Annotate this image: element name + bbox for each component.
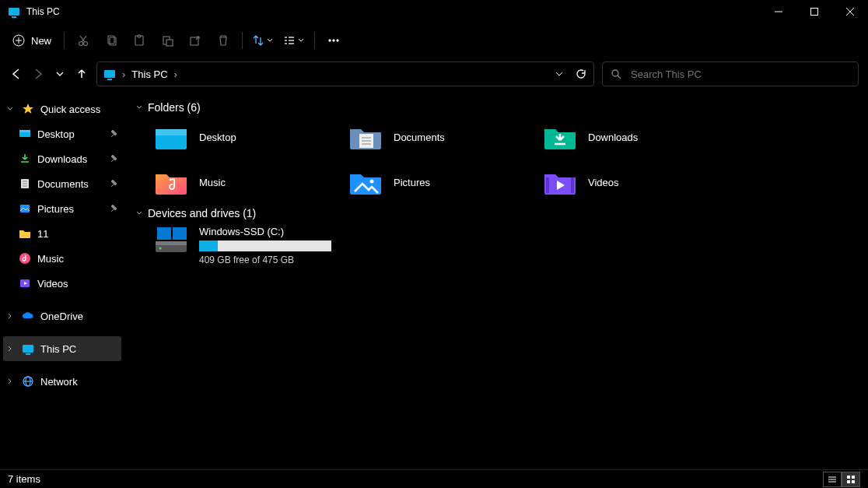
sidebar-item-pictures[interactable]: Pictures <box>12 196 124 221</box>
search-box[interactable] <box>602 61 859 86</box>
folder-pictures[interactable]: Pictures <box>348 165 535 199</box>
drive-usage-bar <box>199 240 331 251</box>
copy-button[interactable] <box>97 26 125 54</box>
separator <box>242 32 243 49</box>
svg-rect-18 <box>166 40 173 46</box>
svg-rect-64 <box>852 476 855 479</box>
maximize-button[interactable] <box>796 0 832 23</box>
folder-downloads[interactable]: Downloads <box>543 120 730 154</box>
delete-button[interactable] <box>209 26 237 54</box>
folders-section-header[interactable]: Folders (6) <box>135 101 857 114</box>
pictures-icon <box>348 168 383 196</box>
close-button[interactable] <box>832 0 868 23</box>
svg-rect-58 <box>156 241 187 245</box>
folder-videos[interactable]: Videos <box>543 165 730 199</box>
more-button[interactable] <box>320 26 348 54</box>
desktop-icon <box>17 128 33 140</box>
chevron-down-icon <box>266 37 274 44</box>
rename-button[interactable] <box>153 26 181 54</box>
svg-point-27 <box>333 40 334 41</box>
svg-rect-43 <box>26 353 30 355</box>
pin-icon <box>110 154 120 163</box>
chevron-right-icon: › <box>122 68 125 80</box>
share-button[interactable] <box>181 26 209 54</box>
back-button[interactable] <box>9 68 23 80</box>
svg-rect-1 <box>12 16 16 18</box>
svg-rect-66 <box>852 480 855 483</box>
cut-button[interactable] <box>69 26 97 54</box>
folder-icon <box>17 227 33 240</box>
pc-icon <box>20 342 36 355</box>
folder-documents[interactable]: Documents <box>348 120 535 154</box>
sidebar-item-desktop[interactable]: Desktop <box>12 121 124 146</box>
status-bar: 7 items <box>0 469 868 488</box>
this-pc-group[interactable]: This PC <box>3 336 121 361</box>
recent-locations-button[interactable] <box>53 69 67 79</box>
sidebar-item-videos[interactable]: Videos <box>12 271 124 296</box>
svg-rect-55 <box>157 227 171 240</box>
svg-rect-39 <box>20 205 30 212</box>
network-icon <box>20 375 36 388</box>
svg-rect-3 <box>811 9 818 16</box>
new-button[interactable]: New <box>5 26 59 54</box>
up-button[interactable] <box>75 68 89 80</box>
separator <box>314 32 315 49</box>
chevron-down-icon <box>135 104 143 111</box>
folder-desktop[interactable]: Desktop <box>154 120 341 154</box>
svg-point-52 <box>370 180 374 184</box>
pictures-icon <box>17 202 33 215</box>
videos-icon <box>17 277 33 290</box>
svg-rect-29 <box>104 70 115 78</box>
drive-label: Windows-SSD (C:) <box>199 226 331 237</box>
chevron-right-icon: › <box>174 68 177 80</box>
toolbar: New <box>0 23 868 58</box>
drive-free-text: 409 GB free of 475 GB <box>199 255 331 265</box>
icons-view-button[interactable] <box>842 472 860 487</box>
pin-icon <box>110 179 120 188</box>
network-group[interactable]: Network <box>0 369 124 394</box>
paste-button[interactable] <box>125 26 153 54</box>
refresh-button[interactable] <box>575 68 587 80</box>
search-input[interactable] <box>631 68 850 80</box>
drive-c[interactable]: Windows-SSD (C:) 409 GB free of 475 GB <box>154 226 857 265</box>
sidebar-item-11[interactable]: 11 <box>12 221 124 246</box>
svg-rect-42 <box>23 345 33 353</box>
chevron-down-icon <box>297 37 305 44</box>
minimize-button[interactable] <box>761 0 796 23</box>
sidebar-item-documents[interactable]: Documents <box>12 171 124 196</box>
svg-rect-47 <box>156 129 187 135</box>
svg-rect-65 <box>847 480 850 483</box>
svg-rect-34 <box>19 130 30 132</box>
svg-rect-56 <box>173 227 187 240</box>
onedrive-group[interactable]: OneDrive <box>0 304 124 328</box>
svg-point-31 <box>612 70 618 76</box>
sidebar-item-downloads[interactable]: Downloads <box>12 146 124 171</box>
svg-rect-30 <box>107 79 112 80</box>
window-title: This PC <box>26 6 761 17</box>
navigation-pane: Quick access Desktop Downloads Documents… <box>0 90 124 469</box>
sidebar-item-music[interactable]: Music <box>12 246 124 271</box>
svg-point-40 <box>19 253 30 264</box>
pin-icon <box>110 204 120 213</box>
sort-button[interactable] <box>247 26 278 54</box>
separator <box>64 32 65 49</box>
pin-icon <box>110 129 120 139</box>
forward-button[interactable] <box>31 68 45 80</box>
svg-point-10 <box>84 42 88 46</box>
address-bar[interactable]: › This PC › <box>96 61 594 86</box>
details-view-button[interactable] <box>823 472 842 487</box>
svg-rect-54 <box>571 177 574 193</box>
folder-music[interactable]: Music <box>154 165 341 199</box>
documents-icon <box>348 123 383 151</box>
address-dropdown-button[interactable] <box>555 69 564 79</box>
quick-access-group[interactable]: Quick access <box>0 97 124 121</box>
svg-rect-0 <box>9 8 19 16</box>
downloads-icon <box>543 123 577 151</box>
view-button[interactable] <box>278 26 310 54</box>
chevron-right-icon <box>5 377 16 385</box>
app-icon <box>8 5 20 18</box>
navigation-bar: › This PC › <box>0 58 868 90</box>
breadcrumb[interactable]: This PC <box>131 68 167 80</box>
location-icon <box>103 68 116 80</box>
drives-section-header[interactable]: Devices and drives (1) <box>135 207 857 219</box>
